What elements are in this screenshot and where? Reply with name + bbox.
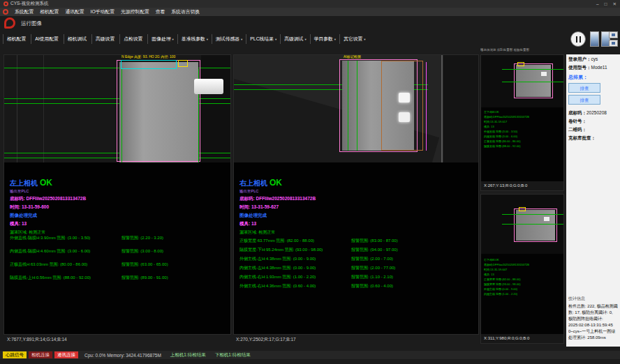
toolbar-button[interactable]: 学目参数 ▾ [310,34,339,44]
menu-item[interactable]: 相机配置 [40,8,59,15]
preview-text-line: 外侧主线 范围:(0.00 - 9.00) [484,287,562,291]
chevron-down-icon: ▾ [275,38,276,41]
preview-text-line: 左下相机OK [484,109,562,114]
titlebar: CYS-视觉检测系统 – □ ✕ [0,0,620,8]
camera-right-panel[interactable]: AI标记检测 右上相机OK 输出至PLC 底标码: DFFIiiw2025020… [233,54,479,335]
toolbar-button[interactable]: 点检设置 [119,34,147,44]
chevron-down-icon: ▾ [364,38,365,41]
camera-left-result-block: 左上相机OK 输出至PLC 底标码: DFFIiiw20250208133134… [10,178,228,236]
toolbar-button[interactable]: 图像处理 ▾ [147,34,177,44]
preview-text-line: 右下相机OK [484,257,562,262]
toolbar-button-label: 测试传感器 [216,36,239,43]
preview-2-result-text: 右下相机OK底标码:DFFIiiw2025020813313472B时间:13-… [484,257,562,320]
toolbar-button[interactable]: 高级设置 [91,34,119,44]
total-box-1[interactable]: 排查 [568,83,600,93]
menu-item[interactable]: 系统配置 [15,8,34,15]
scroll-up-button[interactable] [609,31,618,38]
stats-line: 处理累计: 258.09ms [568,335,619,341]
pause-button[interactable] [570,31,586,47]
measurement-value: 内侧主线-左H:4.38mm 范围: (0.00 - 9.00) [239,265,316,271]
batch-label: 克标库批查： [568,135,596,140]
bright-feature-blob [541,72,547,76]
pause-icon [576,36,581,43]
overlay-green-edge-line [348,61,348,151]
cpu-memory-status: Cpu: 0.0% Memory: 3424.41796875M [84,353,161,358]
measurement-row: 外侧主线-左H:4.38mm 范围: (0.00 - 9.00) 报警范围: (… [239,256,477,265]
image-mode-button-1[interactable] [590,31,599,47]
bright-feature-blob [399,93,410,103]
measurement-list: 外侧直线-隔膜H:3.90mm 范围: (3.00 - 3.50) 报警范围: … [10,235,229,288]
stats-line: 检件总数: 222, 极品检测阈 [568,303,619,310]
toolbar-button-label: 相机配置 [7,36,26,43]
preview-text-line: 模具: 13 [484,272,562,277]
overlay-green-edge-line [357,61,357,151]
menu-item[interactable]: 查看 [156,8,165,15]
result-time: 时间: 13-31-59-600 [10,204,228,211]
result-mold: 模具: 13 [239,221,475,227]
preview-2-image [481,195,563,254]
result-output-label: 输出至PLC [10,189,228,194]
measurement-alarm-range: 报警范围: (2.00 - 7.00) [351,256,393,262]
toolbar-button[interactable]: 高级调试 ▾ [280,34,309,44]
stats-line: 数: 17, 极陷分离阈计: 0, [568,310,619,316]
preview-text-line: 底标码:DFFIiiw2025020813313472B [484,114,562,119]
toolbar-button[interactable]: 相机配置 [3,34,31,44]
model-row: 使用型号：Mode11 [568,65,618,71]
tab-run-image[interactable]: 运行图像 [21,20,42,27]
bottom-camera-result-status: 下相机1:待检结果 [215,352,251,358]
result-title: 右上相机OK [239,178,475,188]
preview-text-line: 模具: 13 [484,124,562,129]
measurement-alarm-range: 报警范围: (94.00 - 97.00) [351,247,398,253]
toolbar-button[interactable]: AI使用配置 [31,34,64,44]
overlay-magenta-line [426,62,427,151]
preview-camera-2[interactable]: 右下相机OK底标码:DFFIiiw2025020813313472B时间:13-… [480,194,564,344]
preview-camera-1[interactable]: 左下相机OK底标码:DFFIiiw2025020813313472B时间:13-… [480,54,564,191]
toolbar-button[interactable]: 其它设置 ▾ [339,34,369,44]
preview-1-pixel-coords: X:267;Y:13;R:0;G:0;B:0 [481,181,563,190]
overlay-green-edge-line [121,69,122,162]
toolbar-button-label: 其它设置 [344,36,362,43]
chevron-down-icon: ▾ [334,38,336,41]
overlay-green-line [502,224,563,225]
measurement-value: 外侧直线-隔膜H:3.90mm 范围: (3.00 - 3.50) [10,235,90,241]
toolbar-button[interactable]: PLC线结果 ▾ [246,34,280,44]
close-button[interactable]: ✕ [613,0,617,8]
preview-text-line: 内侧主线 范围:(1.00 - 2.20) [484,291,562,296]
toolbar-button[interactable]: 基准线参数 ▾ [177,34,212,44]
measurement-value: 内侧主线-右H:1.93mm 范围: (1.00 - 2.20) [239,274,316,280]
menu-item[interactable]: 光源控制配置 [121,8,149,15]
result-output-label: 输出至PLC [239,189,475,194]
top-camera-result-status: 上相机1:待检结果 [170,352,206,358]
result-ok-badge: OK [40,178,52,188]
window-title: CYS-视觉检测系统 [10,1,49,7]
camera-left-panel[interactable]: N Edge 高度: 93. HO 2G 内径: 100 左上相机OK 输出至P… [3,54,231,335]
image-background-region [201,55,230,162]
measurement-value: 内侧直线-隔膜H:4.60mm 范围: (3.00 - 6.00) [10,248,90,255]
preview-text-line: 外侧直线 范围:(3.00 - 3.50) [484,129,562,134]
measurement-alarm-range: 报警范围: (0.60 - 4.00) [351,283,393,289]
qr-row: 二维码： [568,127,618,133]
total-box-2[interactable]: 排查 [568,95,600,105]
stats-lines: 检件总数: 222, 极品检测阈数: 17, 极陷分离阈计: 0,极陷图阵批络阈… [568,303,619,341]
camera-connection-badge: 相机连接 [29,351,52,358]
menu-item[interactable]: 系统语言切换 [171,8,200,15]
model-value[interactable]: Mode11 [591,65,607,70]
login-user-value: cys [591,56,598,61]
scroll-down-button[interactable] [609,40,618,47]
app-logo-icon [3,1,8,6]
camera-name: 左上相机 [10,179,38,187]
menu-item[interactable]: 通讯配置 [65,8,84,15]
toolbar-button[interactable]: 测试传感器 ▾ [212,34,246,44]
result-leak: 漏液区域: 检测正常 [239,229,475,236]
toolbar: 相机配置 AI使用配置 相机调试 高级设置 点检设置 [3,33,369,45]
image-structure-line [43,55,44,162]
menu-item[interactable]: IO手动配置 [91,8,115,15]
camera-right-result-block: 右上相机OK 输出至PLC 底标码: DFFIiiw20250208133134… [239,178,475,236]
toolbar-button[interactable]: 相机调试 [64,34,91,44]
minimize-button[interactable]: – [596,0,599,8]
measurement-row: 外侧主线-右H:4.36mm 范围: (0.60 - 4.00) 报警范围: (… [239,283,477,292]
overlay-green-line [502,69,563,70]
maximize-button[interactable]: □ [605,0,607,8]
measurement-row: 隔膜宽度-下H:95.24mm 范围: (93.00 - 98.00) 报警范围… [239,247,477,256]
batch-row: 克标库批查： [568,135,618,142]
